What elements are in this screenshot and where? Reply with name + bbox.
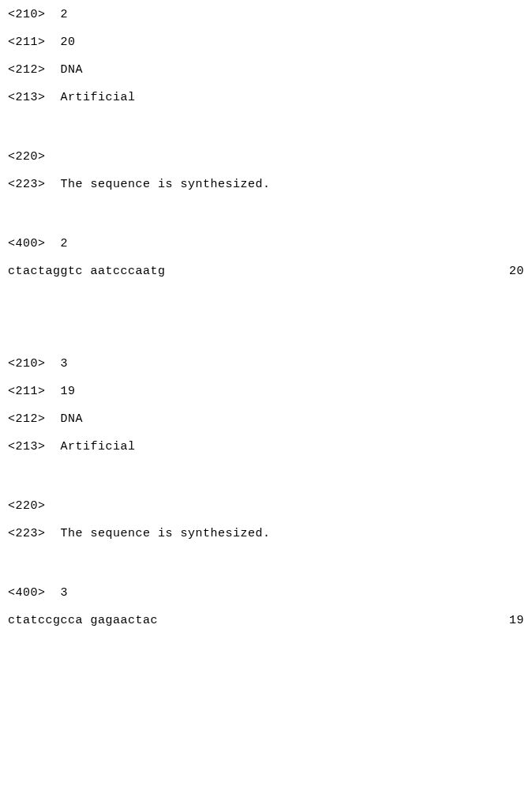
field-tag: <212> bbox=[8, 412, 61, 426]
field-220: <220> bbox=[8, 150, 524, 164]
field-tag: <211> bbox=[8, 36, 61, 49]
field-tag: <220> bbox=[8, 499, 46, 513]
field-tag: <211> bbox=[8, 385, 61, 398]
field-value: DNA bbox=[61, 63, 84, 77]
field-tag: <213> bbox=[8, 440, 61, 453]
field-211: <211> 20 bbox=[8, 36, 524, 49]
field-tag: <210> bbox=[8, 357, 61, 371]
field-tag: <223> bbox=[8, 178, 61, 191]
sequence-length: 19 bbox=[509, 614, 524, 627]
field-value: 3 bbox=[61, 586, 69, 600]
field-tag: <213> bbox=[8, 91, 61, 104]
field-value: The sequence is synthesized. bbox=[61, 527, 271, 540]
field-tag: <212> bbox=[8, 63, 61, 77]
field-tag: <400> bbox=[8, 586, 61, 600]
sequence-data-row: ctatccgcca gagaactac 19 bbox=[8, 614, 524, 627]
field-value: Artificial bbox=[61, 91, 136, 104]
field-tag: <210> bbox=[8, 8, 61, 21]
field-value: 3 bbox=[61, 357, 69, 371]
field-220: <220> bbox=[8, 499, 524, 513]
field-tag: <220> bbox=[8, 150, 46, 164]
field-value: DNA bbox=[61, 412, 84, 426]
sequence-data: ctactaggtc aatcccaatg bbox=[8, 265, 166, 278]
field-value: 19 bbox=[61, 385, 76, 398]
sequence-entry: <210> 3 <211> 19 <212> DNA <213> Artific… bbox=[8, 357, 524, 627]
field-223: <223> The sequence is synthesized. bbox=[8, 178, 524, 191]
field-212: <212> DNA bbox=[8, 63, 524, 77]
sequence-data-row: ctactaggtc aatcccaatg 20 bbox=[8, 265, 524, 278]
field-value: Artificial bbox=[61, 440, 136, 453]
field-value: The sequence is synthesized. bbox=[61, 178, 271, 191]
field-213: <213> Artificial bbox=[8, 91, 524, 104]
field-211: <211> 19 bbox=[8, 385, 524, 398]
field-value: 20 bbox=[61, 36, 76, 49]
field-value: 2 bbox=[61, 237, 69, 250]
field-400: <400> 2 bbox=[8, 237, 524, 250]
sequence-data: ctatccgcca gagaactac bbox=[8, 614, 158, 627]
field-value: 2 bbox=[61, 8, 69, 21]
field-210: <210> 2 bbox=[8, 8, 524, 21]
field-tag: <400> bbox=[8, 237, 61, 250]
field-223: <223> The sequence is synthesized. bbox=[8, 527, 524, 540]
field-tag: <223> bbox=[8, 527, 61, 540]
field-212: <212> DNA bbox=[8, 412, 524, 426]
field-400: <400> 3 bbox=[8, 586, 524, 600]
sequence-length: 20 bbox=[509, 265, 524, 278]
sequence-entry: <210> 2 <211> 20 <212> DNA <213> Artific… bbox=[8, 8, 524, 278]
field-213: <213> Artificial bbox=[8, 440, 524, 453]
field-210: <210> 3 bbox=[8, 357, 524, 371]
